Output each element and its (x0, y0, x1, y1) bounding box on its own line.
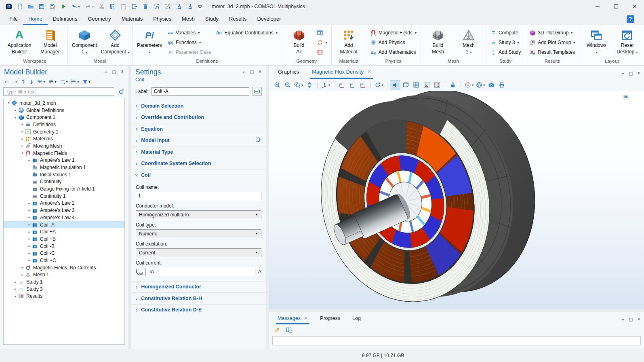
collapse-panel-icon[interactable] (620, 317, 625, 322)
palette-icon[interactable]: ▾ (464, 80, 474, 90)
menu-study[interactable]: Study (200, 13, 224, 25)
pin-panel-icon[interactable] (257, 70, 263, 75)
tree-item-coil-b[interactable]: ▸Coil -B (4, 243, 124, 250)
copy-icon[interactable] (107, 1, 118, 12)
find-icon[interactable] (173, 1, 183, 12)
tree-item-coil-c[interactable]: ▸Coil +C (4, 257, 124, 264)
redo-icon[interactable]: ▾ (82, 1, 96, 12)
minimize-button[interactable]: ─ (588, 0, 607, 13)
expanded-arrow-icon[interactable]: ▾ (6, 101, 11, 105)
cut-icon[interactable] (96, 1, 107, 12)
section-coordinate-system-selection[interactable]: ›Coordinate System Selection (131, 158, 266, 169)
collapsed-arrow-icon[interactable]: ▸ (20, 123, 25, 126)
close-button[interactable]: ✕ (625, 0, 644, 13)
tree-item-continuity-1[interactable]: DDContinuity 1 (4, 193, 124, 200)
tree-item-amp-re-s-law-3[interactable]: ▸Ampère's Law 3 (4, 207, 124, 214)
environment-icon[interactable] (401, 80, 410, 90)
equation-contributions-button[interactable]: ΔuEquation Contributions▾ (214, 28, 279, 38)
close-tab-icon[interactable]: ✕ (367, 69, 371, 74)
section-equation[interactable]: ›Equation (131, 123, 266, 135)
section-override-and-contribution[interactable]: ›Override and Contribution (131, 112, 266, 123)
tab-magnetic-flux-density[interactable]: Magnetic Flux Density✕ (310, 66, 373, 79)
3d-plot-group-button[interactable]: 3D Plot Group▾ (528, 28, 577, 38)
coil-current-input[interactable] (145, 268, 255, 276)
build-button[interactable]: BuildAll (284, 27, 314, 55)
add-mathematics-button[interactable]: ΔuAdd Mathematics (368, 47, 418, 57)
menu-definitions[interactable]: Definitions (48, 13, 83, 25)
tree-item-geometry-1[interactable]: ▸AGeometry 1 (4, 128, 124, 135)
tree-item-amp-re-s-law-4[interactable]: ▸Ampère's Law 4 (4, 214, 124, 221)
collapse-panel-icon[interactable] (620, 71, 625, 76)
component-button[interactable]: Component1 ▾ (70, 27, 99, 55)
section-model-input[interactable]: ›Model Input (131, 135, 266, 146)
tree-item-study-3[interactable]: ▸∞Study 3 (4, 286, 124, 293)
collapsed-arrow-icon[interactable]: ▸ (13, 287, 18, 291)
maximize-panel-icon[interactable] (249, 70, 255, 75)
collapsed-arrow-icon[interactable]: ▸ (27, 209, 32, 212)
tree-item-motor-3d-2-mph[interactable]: ▾motor_3d_2.mph (4, 99, 124, 107)
grid-icon[interactable] (411, 80, 421, 90)
delete-icon[interactable] (140, 1, 151, 12)
splitter[interactable] (266, 66, 269, 349)
tree-item-materials[interactable]: ▸Materials (4, 135, 124, 142)
nav-forward-icon[interactable] (11, 78, 19, 86)
zoom-box-icon[interactable]: ▾ (293, 80, 304, 90)
tree-item-component-1[interactable]: ▾Component 1 (4, 114, 124, 121)
move-up-icon[interactable] (19, 78, 27, 86)
zoom-out-icon[interactable] (283, 80, 293, 90)
tree-item-moving-mesh[interactable]: ▸Moving Mesh (4, 142, 124, 150)
pin-panel-icon[interactable] (636, 71, 642, 76)
collapsed-arrow-icon[interactable]: ▸ (27, 244, 32, 248)
tree-item-definitions[interactable]: ▸Definitions (4, 121, 124, 128)
view-yz-icon[interactable]: yz (347, 80, 357, 90)
maximize-panel-icon[interactable] (628, 317, 633, 322)
tree-item-continuity[interactable]: DDContinuity (4, 178, 124, 186)
menu-physics[interactable]: Physics (148, 13, 177, 25)
maximize-panel-icon[interactable] (628, 71, 633, 76)
view-xy-icon[interactable]: xy (337, 80, 347, 90)
filter-input[interactable] (3, 87, 114, 96)
tab-messages[interactable]: Messages✕ (276, 312, 309, 324)
tree-item-magnetic-fields-no-currents[interactable]: ▸Magnetic Fields, No Currents (4, 264, 124, 271)
add-plot-group-button[interactable]: Add Plot Group▾ (528, 38, 577, 47)
messages-output[interactable] (272, 336, 641, 345)
coil-excitation-select[interactable]: Current▼ (136, 248, 261, 257)
menu-materials[interactable]: Materials (116, 13, 148, 25)
model-button[interactable]: ModelManager (36, 27, 65, 55)
result-templates-button[interactable]: Result Templates (528, 47, 577, 57)
magnetic-fields-button[interactable]: +−Magnetic Fields▾ (368, 28, 418, 38)
menu-mesh[interactable]: Mesh (177, 13, 200, 25)
deselect-icon[interactable] (162, 1, 173, 12)
tree-item-coil-a[interactable]: ▸Coil +A (4, 228, 124, 235)
clear-messages-icon[interactable] (272, 325, 282, 334)
filter-icon[interactable]: ▾ (81, 78, 92, 86)
lock-icon[interactable] (448, 80, 458, 90)
close-tab-icon[interactable]: ✕ (304, 315, 308, 323)
application-button[interactable]: AApplicationBuilder (5, 27, 34, 55)
tree-item-global-definitions[interactable]: ▸Global Definitions (4, 107, 124, 114)
rebuild-button[interactable]: ▾ (315, 38, 329, 47)
collapsed-arrow-icon[interactable]: ▸ (20, 266, 25, 269)
tree-item-initial-values-1[interactable]: DInitial Values 1 (4, 171, 124, 178)
collapse-panel-icon[interactable] (241, 70, 246, 75)
add-physics-button[interactable]: Add Physics (368, 38, 418, 47)
collapsed-arrow-icon[interactable]: ▸ (27, 159, 32, 162)
collapsed-arrow-icon[interactable]: ▸ (27, 237, 32, 241)
compute-button[interactable]: =Compute (488, 28, 522, 38)
windows-button[interactable]: Windows ▾ (582, 27, 611, 55)
collapsed-arrow-icon[interactable]: ▸ (20, 273, 25, 277)
variables-button[interactable]: a=Variables▾ (166, 28, 213, 38)
expanded-arrow-icon[interactable]: ▾ (20, 151, 25, 155)
parameters-button[interactable]: PiParameters ▾ (135, 27, 164, 55)
duplicate-icon[interactable] (129, 1, 140, 12)
study-3-button[interactable]: ∞Study 3▾ (488, 38, 522, 47)
help-button[interactable]: ? (627, 15, 634, 23)
coil-type-select[interactable]: Numeric▼ (136, 229, 261, 238)
tree-item-results[interactable]: ▸Results (4, 293, 124, 300)
select-box-icon[interactable] (151, 1, 162, 12)
tree-item-amp-re-s-law-2[interactable]: ▸Ampère's Law 2 (4, 200, 124, 207)
screenshot-icon[interactable] (486, 80, 496, 90)
new-file-icon[interactable] (14, 1, 25, 12)
collapse-panel-icon[interactable] (103, 70, 109, 75)
pin-panel-icon[interactable] (636, 317, 642, 322)
